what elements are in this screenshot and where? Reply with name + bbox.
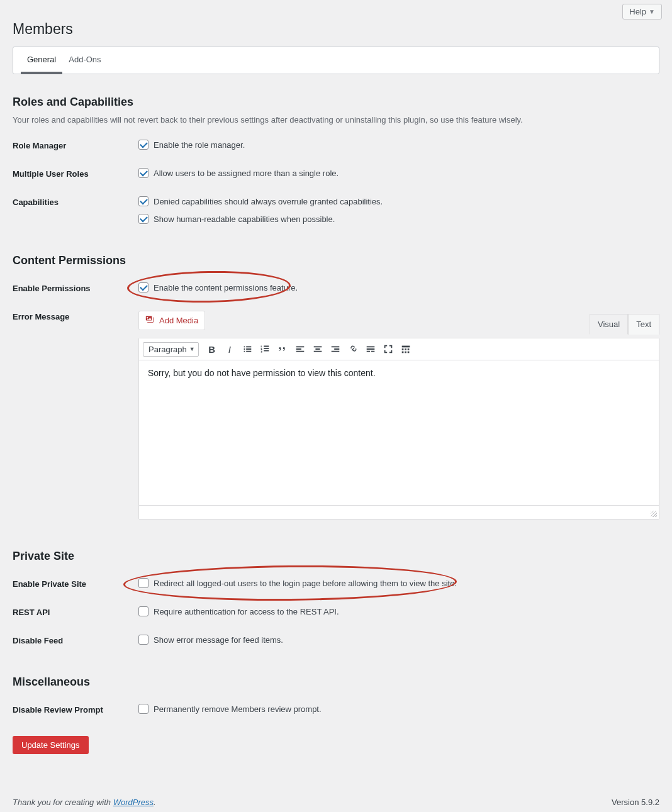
human-caps-checkbox[interactable] — [138, 214, 148, 224]
update-settings-button[interactable]: Update Settings — [13, 736, 89, 754]
role-manager-checkbox[interactable] — [138, 140, 148, 150]
link-button[interactable] — [345, 341, 361, 357]
rest-api-checkbox[interactable] — [138, 606, 148, 616]
format-select[interactable]: Paragraph — [143, 342, 199, 357]
format-select-value: Paragraph — [148, 345, 187, 354]
more-button[interactable] — [362, 341, 379, 357]
denied-caps-check-label: Denied capabilities should always overru… — [154, 197, 383, 206]
error-message-editor: Paragraph B I Sorry, but you do not have… — [138, 338, 659, 520]
settings-tabs: General Add-Ons — [13, 47, 659, 74]
tab-general[interactable]: General — [21, 47, 62, 74]
fullscreen-button[interactable] — [380, 341, 396, 357]
wordpress-link[interactable]: WordPress — [113, 798, 154, 807]
svg-rect-3 — [407, 348, 409, 350]
human-caps-check-label: Show human-readable capabilities when po… — [154, 214, 335, 224]
error-message-label: Error Message — [13, 311, 138, 321]
bullet-list-button[interactable] — [239, 341, 255, 357]
enable-permissions-check-label: Enable the content permissions feature. — [154, 283, 298, 292]
disable-feed-label: Disable Feed — [13, 635, 138, 645]
add-media-button[interactable]: Add Media — [138, 311, 205, 330]
align-right-button[interactable] — [327, 341, 344, 357]
toolbar-toggle-button[interactable] — [398, 341, 414, 357]
disable-review-check-label: Permanently remove Members review prompt… — [154, 704, 322, 714]
svg-rect-2 — [405, 348, 406, 350]
media-icon — [145, 314, 155, 326]
enable-permissions-label: Enable Permissions — [13, 282, 138, 293]
add-media-label: Add Media — [159, 316, 198, 325]
disable-feed-checkbox[interactable] — [138, 635, 148, 645]
enable-permissions-checkbox[interactable] — [138, 282, 148, 292]
rest-api-check-label: Require authentication for access to the… — [154, 607, 339, 616]
disable-feed-check-label: Show error message for feed items. — [154, 635, 283, 645]
editor-content[interactable]: Sorry, but you do not have permission to… — [139, 360, 659, 505]
enable-private-check-label: Redirect all logged-out users to the log… — [154, 579, 457, 588]
editor-tab-text[interactable]: Text — [628, 314, 659, 335]
multiple-roles-check-label: Allow users to be assigned more than a s… — [154, 169, 339, 178]
section-content-heading: Content Permissions — [13, 254, 659, 267]
section-roles-heading: Roles and Capabilities — [13, 96, 659, 109]
disable-review-checkbox[interactable] — [138, 704, 148, 714]
role-manager-label: Role Manager — [13, 140, 138, 150]
align-left-button[interactable] — [292, 341, 308, 357]
editor-toolbar: Paragraph B I — [139, 338, 659, 360]
denied-caps-checkbox[interactable] — [138, 196, 148, 206]
chevron-down-icon: ▼ — [649, 8, 655, 15]
svg-rect-6 — [407, 352, 409, 353]
align-center-button[interactable] — [310, 341, 326, 357]
svg-rect-0 — [401, 346, 410, 348]
page-title: Members — [13, 21, 659, 38]
rest-api-label: REST API — [13, 606, 138, 617]
help-button[interactable]: Help ▼ — [622, 4, 662, 19]
section-roles-desc: Your roles and capabilities will not rev… — [13, 115, 659, 125]
disable-review-label: Disable Review Prompt — [13, 704, 138, 715]
editor-tab-visual[interactable]: Visual — [590, 314, 628, 335]
section-private-heading: Private Site — [13, 550, 659, 563]
quote-button[interactable] — [274, 341, 291, 357]
number-list-button[interactable] — [257, 341, 273, 357]
version-text: Version 5.9.2 — [612, 798, 659, 807]
bold-button[interactable]: B — [204, 341, 220, 357]
editor-resize-handle[interactable] — [139, 505, 659, 519]
italic-button[interactable]: I — [221, 341, 238, 357]
capabilities-label: Capabilities — [13, 196, 138, 207]
svg-rect-4 — [401, 352, 403, 353]
enable-private-label: Enable Private Site — [13, 578, 138, 589]
multiple-roles-label: Multiple User Roles — [13, 168, 138, 179]
multiple-roles-checkbox[interactable] — [138, 168, 148, 178]
svg-rect-5 — [405, 352, 406, 353]
section-misc-heading: Miscellaneous — [13, 676, 659, 689]
help-label: Help — [629, 7, 646, 16]
enable-private-checkbox[interactable] — [138, 578, 148, 588]
footer-credit: Thank you for creating with WordPress. — [13, 798, 156, 807]
tab-addons[interactable]: Add-Ons — [62, 47, 107, 74]
role-manager-check-label: Enable the role manager. — [154, 140, 245, 150]
svg-rect-1 — [401, 348, 403, 350]
